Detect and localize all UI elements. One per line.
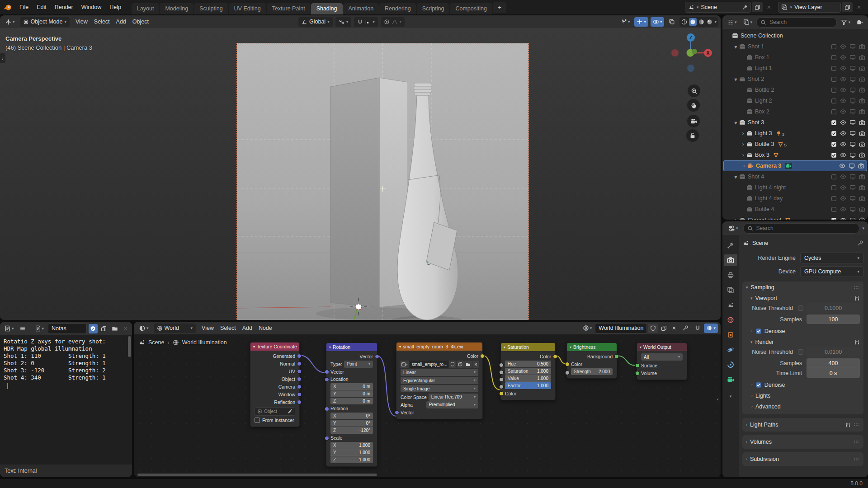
- socket-color-in[interactable]: [565, 362, 570, 366]
- rotation-y-field[interactable]: Y0°: [330, 420, 373, 427]
- properties-tab-tool[interactable]: [724, 239, 737, 251]
- menu-add[interactable]: Add: [113, 19, 129, 25]
- disable-viewports-icon[interactable]: [849, 43, 856, 50]
- camera-view-button[interactable]: [687, 115, 700, 127]
- disable-viewports-icon[interactable]: [849, 87, 856, 93]
- open-image-button[interactable]: [464, 361, 472, 368]
- outliner-row-bottle-2[interactable]: Bottle 2: [722, 84, 868, 95]
- menu-select[interactable]: Select: [217, 325, 239, 331]
- checkbox-checked-icon[interactable]: [831, 131, 837, 136]
- lock-view-button[interactable]: [686, 129, 699, 142]
- properties-tab-object[interactable]: [724, 329, 737, 341]
- text-name-field[interactable]: Notas: [48, 324, 87, 334]
- outliner-row-light-1[interactable]: Light 1: [722, 63, 868, 74]
- chevron-down-icon[interactable]: ▾: [862, 226, 864, 230]
- disable-viewports-icon[interactable]: [849, 206, 856, 212]
- checkbox-icon[interactable]: [831, 87, 837, 93]
- checkbox-checked-icon[interactable]: [831, 120, 837, 126]
- outliner-row-scene-collection[interactable]: Scene Collection: [722, 30, 868, 41]
- properties-tab-constraints[interactable]: [724, 359, 737, 371]
- expand-icon[interactable]: ›: [740, 152, 746, 158]
- socket-vector-out[interactable]: [375, 354, 379, 359]
- outliner-row-bottle-4[interactable]: Bottle 4: [722, 204, 868, 215]
- checkbox-icon[interactable]: [831, 196, 837, 202]
- hide-viewport-icon[interactable]: [840, 174, 846, 180]
- interpolation-select[interactable]: Linear▾: [401, 369, 478, 376]
- from-instancer-row[interactable]: From Instancer: [250, 417, 299, 424]
- snap-toggle[interactable]: ▾: [354, 17, 378, 27]
- pivot-point-selector[interactable]: ▾: [335, 17, 352, 27]
- render-subpanel-header[interactable]: ▾Render: [750, 339, 860, 345]
- menu-add[interactable]: Add: [239, 325, 255, 331]
- workspace-tab-animation[interactable]: Animation: [343, 3, 379, 14]
- shading-solid-button[interactable]: [689, 18, 697, 26]
- menu-icon[interactable]: [18, 325, 27, 332]
- pin-icon[interactable]: [682, 325, 689, 331]
- menu-object[interactable]: Object: [129, 19, 152, 25]
- node-environment-texture[interactable]: ▾small_empty_room_3_4k.exr Color ▾ small…: [396, 342, 483, 419]
- socket-vector-in[interactable]: [325, 370, 329, 374]
- hide-viewport-icon[interactable]: [840, 87, 846, 93]
- outliner-row-light-3[interactable]: ›Light 33: [722, 128, 868, 139]
- disable-render-icon[interactable]: [859, 217, 865, 220]
- duplicate-text-button[interactable]: [99, 324, 108, 333]
- location-x-field[interactable]: X0 m: [330, 383, 373, 390]
- workspace-tab-shading[interactable]: Shading: [311, 3, 343, 14]
- outliner-row-shot-3[interactable]: ▾Shot 3: [722, 117, 868, 128]
- filter-button[interactable]: ▾: [839, 18, 853, 27]
- properties-tab-output[interactable]: [724, 269, 737, 281]
- panel-subdivision[interactable]: ›Subdivision: [742, 452, 863, 466]
- rotation-z-field[interactable]: Z-120°: [330, 427, 373, 434]
- outliner-view-layer-button[interactable]: ▾: [741, 18, 755, 27]
- workspace-tab-compositing[interactable]: Compositing: [450, 3, 492, 14]
- outliner-row-light-4-day[interactable]: Light 4 day: [722, 193, 868, 204]
- hide-viewport-icon[interactable]: [840, 54, 846, 61]
- checkbox-icon[interactable]: [831, 44, 837, 50]
- mode-selector[interactable]: Object Mode ▾: [20, 17, 70, 27]
- disable-viewports-icon[interactable]: [849, 195, 856, 202]
- world-name-field[interactable]: World Illumination: [595, 323, 647, 333]
- shading-material-button[interactable]: [698, 19, 705, 25]
- device-dropdown[interactable]: GPU Compute▾: [800, 266, 863, 277]
- hue-field[interactable]: Hue0.500: [505, 361, 551, 367]
- fake-user-toggle[interactable]: [648, 324, 658, 333]
- socket-color-out[interactable]: [553, 354, 557, 359]
- checkbox-icon[interactable]: [831, 98, 837, 104]
- disable-viewports-icon[interactable]: [849, 174, 856, 180]
- menu-file[interactable]: File: [15, 0, 33, 14]
- show-overlays-button[interactable]: ▾: [651, 17, 665, 27]
- preview-shading-button[interactable]: ▾: [704, 324, 718, 333]
- time-limit-field[interactable]: 0 s: [807, 368, 860, 378]
- outliner-row-shot-1[interactable]: ▾Shot 1: [722, 41, 868, 52]
- outliner-row-box-3[interactable]: ›Box 3: [722, 150, 868, 160]
- hide-viewport-icon[interactable]: [840, 65, 846, 71]
- disable-render-icon[interactable]: [859, 43, 865, 50]
- value-field[interactable]: Value1.000: [505, 375, 551, 382]
- render-noise-threshold-field[interactable]: 0.0100: [807, 347, 860, 357]
- render-engine-dropdown[interactable]: Cycles▾: [800, 253, 863, 263]
- hide-viewport-icon[interactable]: [840, 217, 846, 220]
- rotation-x-field[interactable]: X0°: [330, 413, 373, 419]
- disable-viewports-icon[interactable]: [849, 163, 855, 169]
- checkbox-checked-icon[interactable]: [831, 141, 837, 147]
- disable-viewports-icon[interactable]: [849, 76, 856, 82]
- disable-render-icon[interactable]: [859, 184, 865, 191]
- disable-render-icon[interactable]: [859, 87, 865, 93]
- menu-view[interactable]: View: [72, 19, 91, 25]
- disable-viewports-icon[interactable]: [849, 119, 856, 126]
- snap-icon[interactable]: [692, 324, 703, 333]
- new-collection-button[interactable]: [854, 18, 865, 27]
- scale-x-field[interactable]: X1.000: [330, 442, 373, 449]
- outliner-row-camera-3[interactable]: ›Camera 3: [723, 160, 867, 171]
- disable-viewports-icon[interactable]: [849, 65, 856, 71]
- socket-object-out[interactable]: [297, 377, 302, 381]
- checkbox-icon[interactable]: [831, 185, 837, 191]
- checkbox-icon[interactable]: [831, 66, 837, 71]
- disable-render-icon[interactable]: [859, 65, 865, 71]
- disable-render-icon[interactable]: [859, 174, 865, 180]
- outliner-row-box-2[interactable]: Box 2: [722, 106, 868, 117]
- socket-vector-in[interactable]: [395, 410, 399, 415]
- checkbox-icon[interactable]: [831, 76, 837, 82]
- socket-surface-in[interactable]: [635, 363, 640, 368]
- pin-icon[interactable]: [742, 5, 748, 10]
